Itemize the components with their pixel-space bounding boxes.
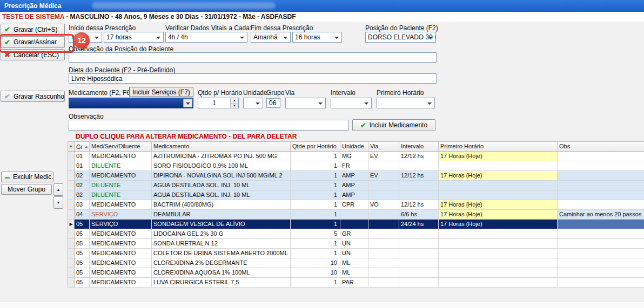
include-services-button[interactable]: Incluir Serviços (F7) [129,87,193,97]
end-time-combo[interactable]: 16 horas [292,32,342,43]
cell-tipo[interactable]: MEDICAMENTO [90,200,152,210]
cell-gr[interactable]: 05 [75,249,90,258]
cell-gr[interactable]: 01 [75,152,90,161]
cell-ph[interactable] [439,190,558,200]
include-medication-button[interactable]: ✔ Incluir Medicamento [352,119,435,131]
cell-ind[interactable] [68,181,75,190]
cell-un[interactable]: CPR [340,200,368,210]
cell-tipo[interactable]: MEDICAMENTO [90,278,152,288]
column-header-qtde[interactable]: Qtde por Horário [291,142,340,152]
cell-via[interactable] [368,161,399,171]
cell-med[interactable]: DIPIRONA - NOVALGINA SOL INJ 500 MG/ML 2 [152,171,291,181]
cell-gr[interactable]: 05 [75,268,90,278]
cell-obs[interactable] [558,229,644,239]
column-header-via[interactable]: Via [368,142,399,152]
cell-gr[interactable]: 05 [75,239,90,249]
cell-obs[interactable] [558,239,644,249]
cell-ph[interactable] [439,161,558,171]
cell-med[interactable]: SONDA URETRAL N 12 [152,239,291,249]
cell-qtde[interactable]: 1 [291,210,340,220]
cell-med[interactable]: BACTRIM (400/80MG) [152,200,291,210]
cell-qtde[interactable]: 1 [291,200,340,210]
save-draft-button[interactable]: ✔ Gravar Rascunho [1,91,65,102]
cell-qtde[interactable]: 1 [291,161,340,171]
cell-ind[interactable] [68,161,75,171]
cell-obs[interactable] [558,258,644,268]
cell-med[interactable]: AZITROMICINA - ZITROMAX PO INJ. 500 MG [152,152,291,161]
cell-ph[interactable] [439,268,558,278]
cell-obs[interactable] [558,190,644,200]
unit-combo[interactable] [243,98,263,108]
cell-un[interactable]: ML [340,268,368,278]
cell-un[interactable]: ML [340,258,368,268]
cell-ind[interactable] [68,190,75,200]
cell-intervalo[interactable]: 24/24 hs [399,220,439,229]
cell-ph[interactable]: 17 Horas (Hoje) [439,210,558,220]
cell-gr[interactable]: 02 [75,190,90,200]
cell-tipo[interactable]: MEDICAMENTO [90,229,152,239]
cell-via[interactable] [368,190,399,200]
cell-tipo[interactable]: SERVIÇO [90,210,152,220]
cell-ind[interactable] [68,249,75,258]
cell-intervalo[interactable] [399,161,439,171]
position-observation-input[interactable] [69,52,437,63]
cell-un[interactable] [340,220,368,229]
qty-spinner[interactable]: 1 ▲ ▼ [198,98,239,108]
cell-via[interactable] [368,278,399,288]
cell-obs[interactable] [558,220,644,229]
table-row[interactable]: 01MEDICAMENTOAZITROMICINA - ZITROMAX PO … [68,152,644,161]
cell-med[interactable]: DEAMBULAR [152,210,291,220]
cell-ind[interactable] [68,268,75,278]
group-input[interactable] [266,98,280,108]
start-time-combo[interactable]: 17 horas [104,32,164,43]
cell-qtde[interactable]: 1 [291,171,340,181]
cell-tipo[interactable]: MEDICAMENTO [90,258,152,268]
cell-intervalo[interactable] [399,229,439,239]
table-row[interactable]: 05MEDICAMENTOLIDOCAINA GEL 2% 30 G5GR [68,229,644,239]
cell-obs[interactable] [558,161,644,171]
cell-intervalo[interactable] [399,181,439,190]
cell-un[interactable]: MG [340,152,368,161]
cell-un[interactable]: UN [340,239,368,249]
cell-med[interactable]: AGUA DESTILADA SOL. INJ. 10 ML [152,181,291,190]
cell-ind[interactable] [68,258,75,268]
cell-ind[interactable] [68,278,75,288]
cell-intervalo[interactable]: 12/12 hs [399,200,439,210]
cell-tipo[interactable]: DILUENTE [90,181,152,190]
cell-intervalo[interactable] [399,258,439,268]
cell-ph[interactable] [439,258,558,268]
cell-med[interactable]: LIDOCAINA GEL 2% 30 G [152,229,291,239]
cell-qtde[interactable]: 1 [291,220,340,229]
cell-obs[interactable] [558,171,644,181]
cell-tipo[interactable]: MEDICAMENTO [90,268,152,278]
cell-med[interactable]: AGUA DESTILADA SOL. INJ. 10 ML [152,190,291,200]
cell-med[interactable]: SONDAGEM VESICAL DE ALÍVIO [152,220,291,229]
cell-un[interactable]: GR [340,229,368,239]
cell-un[interactable]: PAR [340,278,368,288]
cell-ind[interactable] [68,152,75,161]
medication-combo[interactable] [69,98,193,108]
cell-via[interactable] [368,220,399,229]
move-group-button[interactable]: Mover Grupo [1,184,52,195]
cell-ind[interactable] [68,210,75,220]
cell-ph[interactable]: 17 Horas (Hoje) [439,171,558,181]
move-group-down-button[interactable]: ▼ [53,196,63,209]
cell-intervalo[interactable]: 6/6 hs [399,210,439,220]
cell-obs[interactable] [558,152,644,161]
cell-intervalo[interactable]: 12/12 hs [399,171,439,181]
cell-med[interactable]: COLETOR DE URINA SISTEMA ABERTO 2000ML [152,249,291,258]
cell-qtde[interactable]: 10 [291,258,340,268]
observation-input[interactable] [69,120,348,131]
cell-gr[interactable]: 05 [75,258,90,268]
cell-ind[interactable] [68,239,75,249]
cell-via[interactable] [368,249,399,258]
cell-tipo[interactable]: MEDICAMENTO [90,152,152,161]
cell-obs[interactable] [558,181,644,190]
cell-ph[interactable] [439,181,558,190]
cell-obs[interactable]: Caminhar ao menos 20 passos [558,210,644,220]
cell-tipo[interactable]: DILUENTE [90,161,152,171]
cell-med[interactable]: SORO FISIOLOGICO 0,9% 100 ML [152,161,291,171]
cell-via[interactable] [368,258,399,268]
cell-un[interactable]: AMP [340,171,368,181]
cell-un[interactable]: FR [340,161,368,171]
